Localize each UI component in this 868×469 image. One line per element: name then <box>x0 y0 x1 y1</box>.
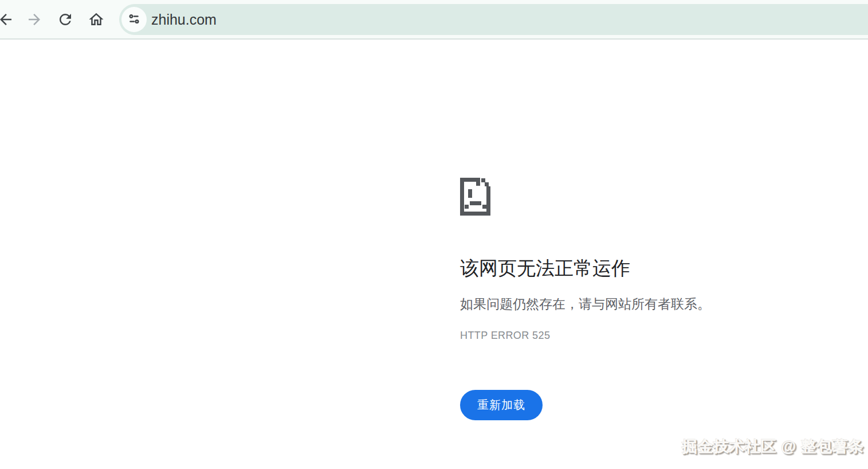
page-reload-button[interactable]: 重新加载 <box>460 390 543 420</box>
site-settings-button[interactable] <box>121 7 147 32</box>
address-bar[interactable]: zhihu.com <box>119 4 868 35</box>
error-code: HTTP ERROR 525 <box>460 330 710 342</box>
error-title: 该网页无法正常运作 <box>460 257 710 280</box>
error-message: 如果问题仍然存在，请与网站所有者联系。 <box>460 295 710 313</box>
back-arrow-icon <box>0 11 14 30</box>
forward-arrow-icon <box>26 11 43 30</box>
reload-button[interactable] <box>56 11 74 29</box>
home-button[interactable] <box>87 11 105 29</box>
forward-button[interactable] <box>25 11 44 29</box>
error-page: 该网页无法正常运作 如果问题仍然存在，请与网站所有者联系。 HTTP ERROR… <box>0 40 868 468</box>
watermark: 掘金技术社区 @ 整包薯条 <box>682 436 864 457</box>
site-settings-icon <box>127 12 141 28</box>
sad-page-icon <box>460 178 490 216</box>
url-text: zhihu.com <box>151 4 217 35</box>
browser-toolbar: zhihu.com <box>0 0 868 40</box>
back-button[interactable] <box>0 11 15 29</box>
home-icon <box>88 11 105 30</box>
reload-icon <box>57 11 74 30</box>
error-main: 该网页无法正常运作 如果问题仍然存在，请与网站所有者联系。 HTTP ERROR… <box>460 178 710 420</box>
